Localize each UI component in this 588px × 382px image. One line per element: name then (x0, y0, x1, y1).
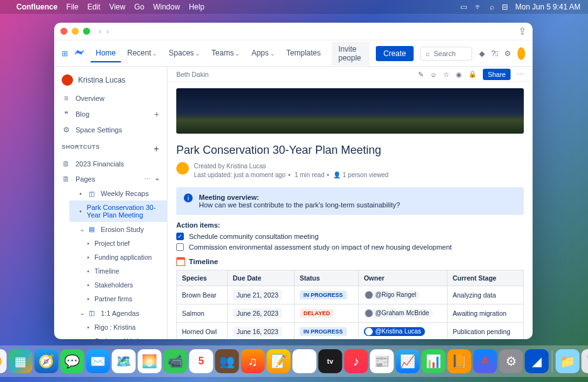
add-icon[interactable]: + (154, 109, 159, 119)
control-center-icon[interactable]: ⊟ (502, 3, 508, 11)
maximize-button[interactable] (83, 28, 90, 35)
dock-app[interactable]: 📊 (422, 349, 446, 373)
share-icon[interactable]: ⇪ (518, 25, 526, 37)
table-row: Brown Bear June 21, 2023 IN PROGRESS @Ri… (177, 286, 524, 304)
add-shortcut-icon[interactable]: + (154, 144, 159, 154)
page-tree-item[interactable]: •Partner firms (69, 292, 167, 306)
dock-app[interactable]: 📝 (267, 349, 291, 373)
menu-go[interactable]: Go (134, 3, 144, 11)
watch-icon[interactable]: ◉ (456, 71, 462, 78)
restrictions-icon[interactable]: 🔒 (468, 70, 477, 78)
traffic-lights (60, 28, 90, 35)
checkbox[interactable] (176, 243, 184, 251)
page-actions-icon[interactable]: ⋯ + (144, 175, 159, 183)
column-header: Status (295, 270, 359, 286)
forward-button[interactable]: › (106, 27, 109, 36)
dock-app[interactable]: 🗑️ (582, 349, 589, 373)
breadcrumb-author[interactable]: Beth Dakin (176, 71, 208, 78)
page-tree-item[interactable]: •Park Conservation 30-Year Plan Meeting (69, 200, 167, 222)
nav-spaces[interactable]: Spaces⌄ (164, 45, 205, 62)
user-mention[interactable]: @Rigo Rangel (364, 291, 420, 299)
profile-avatar[interactable] (517, 47, 525, 60)
help-icon[interactable]: ?⃝ (491, 49, 498, 58)
comment-icon[interactable]: ☺ (430, 71, 437, 78)
wifi-icon[interactable]: ᯤ (475, 3, 482, 11)
back-button[interactable]: ‹ (99, 27, 101, 36)
menu-edit[interactable]: Edit (88, 3, 101, 11)
menu-help[interactable]: Help (189, 3, 205, 11)
dock-app[interactable]: 📁 (556, 349, 580, 373)
notifications-icon[interactable]: ◆ (478, 49, 485, 58)
battery-icon[interactable]: ▭ (460, 3, 467, 11)
clock[interactable]: Mon Jun 5 9:41 AM (516, 3, 580, 11)
dock-app[interactable]: tv (319, 349, 342, 373)
minimize-button[interactable] (72, 28, 79, 35)
dock-separator (552, 350, 553, 372)
dock-app[interactable]: 📰 (370, 349, 394, 373)
page-tree-item[interactable]: •Rigo : Kristina (69, 320, 167, 334)
menu-view[interactable]: View (109, 3, 125, 11)
more-actions-icon[interactable]: ⋯ (517, 71, 524, 78)
dock-app[interactable]: 🗺️ (112, 349, 136, 373)
dock-app[interactable]: ♪ (344, 349, 368, 373)
dock-app[interactable]: 👥 (215, 349, 239, 373)
invite-button[interactable]: Invite people (332, 42, 369, 66)
share-button[interactable]: Share (483, 69, 511, 80)
dock-app[interactable]: 📹 (164, 349, 188, 373)
column-header: Owner (358, 270, 447, 286)
user-mention[interactable]: @Kristina Lucas (364, 327, 425, 336)
app-name[interactable]: Confluence (16, 3, 57, 11)
user-mention[interactable]: @Graham McBride (364, 309, 433, 318)
dock-app[interactable]: ✉️ (86, 349, 110, 373)
dock-app[interactable]: 🌅 (138, 349, 162, 373)
nav-templates[interactable]: Templates (281, 45, 326, 62)
nav-recent[interactable]: Recent⌄ (122, 45, 162, 62)
nav-home[interactable]: Home (91, 45, 121, 62)
sidebar-blog[interactable]: ❝Blog+ (54, 106, 167, 122)
dock-app[interactable]: 📙 (448, 349, 472, 373)
checkbox[interactable]: ✓ (176, 233, 184, 240)
page-tree-item[interactable]: •◫Weekly Recaps (69, 187, 167, 200)
menu-window[interactable]: Window (153, 3, 180, 11)
dock-app[interactable]: ✓ (293, 349, 317, 373)
dock-app[interactable]: A (473, 349, 497, 373)
shortcut-item[interactable]: 🗎2023 Financials (54, 156, 167, 171)
dock-app[interactable]: 🙂 (0, 349, 7, 373)
page-tree-item[interactable]: •Timeline (69, 264, 167, 278)
dock-app[interactable]: 💬 (60, 349, 84, 373)
sidebar-space-settings[interactable]: ⚙Space Settings (54, 122, 167, 137)
dock-app[interactable]: 🧭 (35, 349, 59, 373)
page-tree-item[interactable]: •Graham : Kristina (69, 334, 167, 339)
page-tree-item[interactable]: ⌄◫1:1 Agendas (69, 306, 167, 320)
dock-app[interactable]: ♫ (241, 349, 265, 373)
page-tree-item[interactable]: •Project brief (69, 236, 167, 250)
search-input[interactable]: ⌕ Search (420, 47, 472, 61)
search-icon[interactable]: ⌕ (490, 3, 494, 11)
dock-app[interactable]: 📈 (396, 349, 420, 373)
star-icon[interactable]: ☆ (443, 71, 449, 78)
page-tree-item[interactable]: •Funding application (69, 250, 167, 264)
table-row: Salmon June 26, 2023 DELAYED @Graham McB… (177, 304, 524, 323)
dock-app[interactable]: 5 (189, 349, 213, 373)
settings-icon[interactable]: ⚙ (504, 49, 511, 58)
page-cover-image (176, 88, 524, 134)
menu-file[interactable]: File (66, 3, 78, 11)
close-button[interactable] (60, 28, 67, 35)
space-header[interactable]: Kristina Lucas (54, 72, 167, 91)
dock-app[interactable]: ▦ (9, 349, 33, 373)
app-switcher-icon[interactable]: ⊞ (62, 49, 68, 58)
page-tree-item[interactable]: ⌄▤Erosion Study (69, 222, 167, 236)
dock-app[interactable]: ◢ (525, 349, 549, 373)
create-button[interactable]: Create (376, 46, 414, 61)
pages-heading[interactable]: 🗎 Pages ⋯ + (54, 171, 167, 187)
sidebar-overview[interactable]: ≡Overview (54, 91, 167, 106)
search-icon: ⌕ (426, 50, 430, 57)
info-icon: i (184, 194, 193, 202)
nav-teams[interactable]: Teams⌄ (206, 45, 245, 62)
page-tree-item[interactable]: •Stakeholders (69, 278, 167, 292)
edit-icon[interactable]: ✎ (418, 71, 424, 78)
dock-app[interactable]: ⚙ (499, 349, 523, 373)
column-header: Species (177, 270, 228, 286)
nav-apps[interactable]: Apps⌄ (246, 45, 280, 62)
confluence-logo-icon[interactable] (74, 47, 84, 59)
